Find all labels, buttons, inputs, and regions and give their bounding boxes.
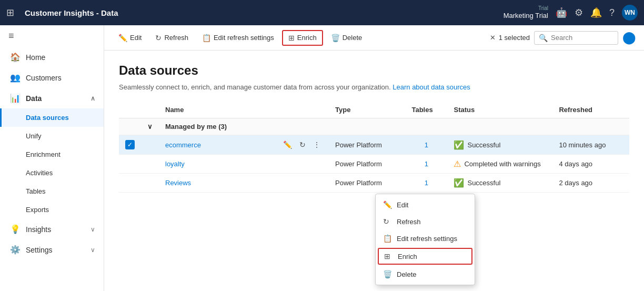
col-tables: Tables — [405, 102, 447, 118]
edit-refresh-settings-button[interactable]: 📋 Edit refresh settings — [196, 31, 280, 45]
col-checkbox — [119, 102, 141, 118]
settings-icon: ⚙️ — [10, 245, 21, 255]
context-refresh-icon: ↻ — [383, 217, 391, 226]
row-status: ⚠ Completed with warnings — [454, 159, 546, 169]
row-tables-link[interactable]: 1 — [411, 160, 441, 168]
table-row[interactable]: Reviews Power Platform 1 ✅ Successful 2 … — [119, 174, 629, 193]
row-tables-link[interactable]: 1 — [411, 141, 441, 149]
context-menu-item-edit[interactable]: ✏️ Edit — [376, 196, 475, 213]
bell-icon[interactable]: 🔔 — [590, 7, 602, 18]
sidebar-item-label: Settings — [26, 246, 53, 254]
context-delete-icon: 🗑️ — [383, 270, 391, 278]
context-enrich-icon: ⊞ — [384, 252, 393, 260]
sidebar-sub-label: Data sources — [26, 114, 69, 122]
context-edit-label: Edit — [397, 201, 408, 209]
sidebar-item-enrichment[interactable]: Enrichment — [0, 145, 104, 164]
delete-label: Delete — [343, 34, 363, 42]
copilot-icon[interactable]: 🤖 — [556, 7, 567, 18]
sidebar: ≡ 🏠 Home 👥 Customers 📊 Data ∧ Data sourc… — [0, 25, 104, 291]
learn-link[interactable]: Learn about data sources — [393, 83, 470, 91]
context-menu-item-edit-refresh[interactable]: 📋 Edit refresh settings — [376, 230, 475, 247]
page-description: Seamlessly connect to, enrich, and manag… — [119, 83, 629, 91]
context-menu: ✏️ Edit ↻ Refresh 📋 Edit refresh setting… — [375, 194, 475, 285]
chevron-down-icon: ∨ — [90, 226, 95, 233]
row-status: ✅ Successful — [454, 140, 546, 150]
col-refreshed: Refreshed — [552, 102, 629, 118]
sidebar-collapse-button[interactable]: ≡ — [0, 25, 104, 47]
delete-button[interactable]: 🗑️ Delete — [325, 31, 368, 45]
edit-button[interactable]: ✏️ Edit — [113, 31, 147, 45]
context-delete-label: Delete — [397, 270, 417, 278]
sidebar-item-insights[interactable]: 💡 Insights ∨ — [0, 219, 104, 239]
row-checkbox[interactable]: ✓ — [125, 140, 135, 149]
edit-icon: ✏️ — [118, 34, 127, 42]
row-name-link[interactable]: ecommerce — [165, 141, 201, 149]
table-row[interactable]: loyalty Power Platform 1 ⚠ Completed wit… — [119, 155, 629, 174]
sidebar-item-label: Home — [26, 53, 45, 62]
context-menu-item-enrich[interactable]: ⊞ Enrich — [378, 248, 472, 265]
sidebar-item-data-sources[interactable]: Data sources — [0, 108, 104, 127]
toolbar: ✏️ Edit ↻ Refresh 📋 Edit refresh setting… — [104, 25, 644, 51]
close-selection-icon[interactable]: ✕ — [490, 34, 496, 42]
col-expand — [141, 102, 159, 118]
selected-count: 1 selected — [499, 34, 530, 42]
sidebar-item-exports[interactable]: Exports — [0, 200, 104, 219]
settings-icon[interactable]: ⚙ — [575, 7, 583, 18]
search-icon: 🔍 — [539, 34, 548, 42]
main-content: ✏️ Edit ↻ Refresh 📋 Edit refresh setting… — [104, 25, 644, 291]
context-edit-refresh-label: Edit refresh settings — [397, 235, 457, 243]
row-refresh-icon[interactable]: ↻ — [297, 139, 308, 150]
chevron-down-icon: ∨ — [90, 246, 95, 254]
row-name-link[interactable]: Reviews — [165, 179, 191, 187]
table-row[interactable]: ✓ ecommerce ✏️ ↻ ⋮ — [119, 135, 629, 155]
refresh-icon: ↻ — [155, 34, 162, 42]
enrich-button[interactable]: ⊞ Enrich — [282, 30, 323, 46]
col-name: Name — [159, 102, 275, 118]
trial-label: Trial — [538, 5, 548, 12]
sidebar-item-data[interactable]: 📊 Data ∧ — [0, 88, 104, 108]
row-tables-link[interactable]: 1 — [411, 179, 441, 187]
enrich-icon: ⊞ — [288, 34, 295, 42]
help-icon[interactable]: ? — [609, 7, 615, 18]
sidebar-item-home[interactable]: 🏠 Home — [0, 47, 104, 67]
selected-badge: ✕ 1 selected — [490, 34, 530, 42]
sidebar-item-label: Insights — [26, 225, 51, 234]
data-sources-table: Name Type Tables Status Refreshed ∨ Mana… — [119, 102, 629, 193]
avatar[interactable]: WN — [622, 5, 638, 21]
sidebar-item-activities[interactable]: Activities — [0, 164, 104, 182]
row-edit-icon[interactable]: ✏️ — [281, 139, 294, 150]
data-icon: 📊 — [10, 93, 21, 103]
top-nav: ⊞ Customer Insights - Data Trial Marketi… — [0, 0, 644, 25]
refresh-label: Refresh — [164, 34, 188, 42]
refresh-button[interactable]: ↻ Refresh — [149, 31, 194, 45]
context-menu-item-delete[interactable]: 🗑️ Delete — [376, 266, 475, 283]
delete-icon: 🗑️ — [331, 34, 340, 42]
edit-label: Edit — [130, 34, 142, 42]
search-input[interactable] — [551, 34, 609, 42]
sidebar-item-settings[interactable]: ⚙️ Settings ∨ — [0, 239, 104, 260]
sidebar-item-customers[interactable]: 👥 Customers — [0, 67, 104, 88]
sidebar-item-label: Data — [26, 94, 42, 103]
sidebar-sub-label: Activities — [26, 169, 53, 177]
group-chevron-icon[interactable]: ∨ — [147, 123, 153, 131]
trial-name: Marketing Trial — [504, 12, 548, 21]
sidebar-sub-label: Tables — [26, 187, 46, 195]
col-status: Status — [447, 102, 552, 118]
trial-block: Trial Marketing Trial — [504, 5, 548, 21]
search-box[interactable]: 🔍 — [534, 31, 618, 45]
row-type: Power Platform — [329, 155, 405, 174]
sidebar-item-unify[interactable]: Unify — [0, 127, 104, 145]
row-name-link[interactable]: loyalty — [165, 160, 185, 168]
context-menu-item-refresh[interactable]: ↻ Refresh — [376, 213, 475, 230]
sidebar-item-tables[interactable]: Tables — [0, 182, 104, 200]
sidebar-sub-label: Unify — [26, 132, 42, 140]
enrich-label: Enrich — [297, 34, 317, 42]
chevron-up-icon: ∧ — [90, 95, 95, 102]
app-title: Customer Insights - Data — [25, 8, 118, 17]
row-more-icon[interactable]: ⋮ — [311, 139, 323, 150]
waffle-icon[interactable]: ⊞ — [6, 7, 14, 18]
context-refresh-label: Refresh — [397, 218, 421, 226]
context-edit-refresh-icon: 📋 — [383, 234, 391, 243]
edit-refresh-icon: 📋 — [202, 34, 211, 42]
col-type: Type — [329, 102, 405, 118]
